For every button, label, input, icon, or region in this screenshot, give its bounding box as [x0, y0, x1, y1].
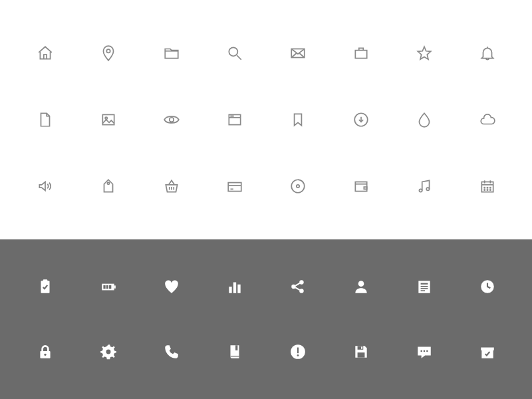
svg-rect-59 — [357, 352, 364, 358]
download-circle-icon — [352, 110, 370, 129]
svg-rect-35 — [109, 285, 111, 289]
svg-point-23 — [484, 188, 485, 188]
gear-icon — [99, 342, 118, 361]
share-icon — [289, 277, 307, 296]
chat-icon — [415, 342, 434, 361]
svg-point-42 — [358, 281, 364, 287]
svg-rect-55 — [297, 348, 298, 354]
star-icon — [415, 44, 434, 63]
svg-rect-16 — [228, 183, 241, 192]
wallet-icon — [352, 177, 370, 196]
calendar-icon — [478, 177, 497, 196]
home-icon — [36, 44, 55, 63]
svg-point-26 — [484, 190, 485, 190]
svg-rect-4 — [355, 51, 366, 59]
svg-point-24 — [487, 188, 487, 188]
svg-rect-52 — [230, 356, 239, 356]
svg-rect-64 — [481, 348, 494, 350]
heart-icon — [162, 277, 181, 296]
svg-point-1 — [229, 47, 237, 56]
svg-rect-47 — [420, 290, 425, 291]
book-icon — [225, 342, 244, 361]
svg-point-60 — [420, 350, 422, 352]
mail-icon — [289, 44, 307, 63]
credit-card-icon — [225, 177, 244, 196]
svg-point-10 — [232, 116, 233, 116]
search-icon — [225, 44, 244, 63]
news-icon — [415, 277, 434, 296]
window-icon — [225, 110, 244, 129]
svg-point-20 — [419, 189, 422, 192]
line-icons-panel — [0, 0, 532, 239]
svg-rect-53 — [235, 345, 237, 350]
music-icon — [415, 177, 434, 196]
svg-rect-36 — [229, 287, 231, 293]
svg-point-21 — [426, 188, 429, 190]
svg-point-0 — [106, 49, 110, 53]
svg-rect-34 — [106, 285, 108, 289]
svg-rect-44 — [420, 283, 428, 285]
eye-icon — [162, 110, 181, 129]
svg-point-12 — [107, 182, 109, 184]
svg-rect-46 — [420, 288, 428, 289]
clock-icon — [478, 277, 497, 296]
svg-rect-38 — [237, 285, 240, 293]
solid-icons-panel — [0, 239, 532, 399]
svg-point-51 — [106, 350, 110, 354]
svg-rect-37 — [233, 283, 235, 293]
bar-chart-icon — [225, 277, 244, 296]
svg-point-62 — [426, 350, 428, 352]
alert-circle-icon — [289, 342, 307, 361]
svg-point-9 — [231, 116, 231, 116]
box-check-icon — [478, 342, 497, 361]
svg-rect-5 — [102, 114, 114, 124]
basket-icon — [162, 177, 181, 196]
svg-point-27 — [487, 190, 487, 190]
disc-icon — [289, 177, 307, 196]
phone-icon — [162, 342, 181, 361]
file-icon — [36, 110, 55, 129]
svg-point-7 — [169, 118, 174, 122]
svg-rect-30 — [43, 279, 47, 282]
sound-icon — [36, 177, 55, 196]
folder-icon — [162, 44, 181, 63]
image-icon — [99, 110, 118, 129]
svg-point-56 — [297, 354, 299, 356]
clipboard-check-icon — [36, 277, 55, 296]
bookmark-icon — [289, 110, 307, 129]
svg-rect-33 — [103, 285, 105, 289]
cloud-icon — [478, 110, 497, 129]
battery-icon — [99, 277, 118, 296]
lock-icon — [36, 342, 55, 361]
svg-rect-45 — [420, 286, 428, 287]
pin-icon — [99, 44, 118, 63]
svg-rect-58 — [361, 346, 362, 348]
bell-icon — [478, 44, 497, 63]
save-icon — [352, 342, 370, 361]
briefcase-icon — [352, 44, 370, 63]
drop-icon — [415, 110, 434, 129]
svg-line-2 — [237, 55, 241, 60]
svg-point-25 — [489, 188, 490, 188]
tag-icon — [99, 177, 118, 196]
svg-point-28 — [489, 190, 490, 190]
user-icon — [352, 277, 370, 296]
svg-point-18 — [296, 185, 299, 188]
svg-point-61 — [423, 350, 425, 352]
svg-point-50 — [44, 354, 46, 356]
svg-rect-32 — [114, 285, 115, 288]
